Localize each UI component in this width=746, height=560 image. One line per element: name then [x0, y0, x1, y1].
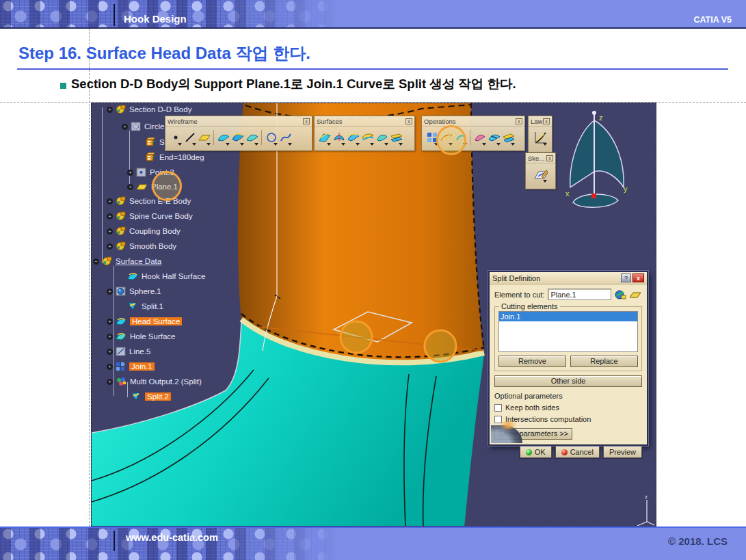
- close-icon[interactable]: x: [546, 155, 553, 161]
- toolbar-surfaces[interactable]: Surfacesx: [314, 116, 415, 151]
- projection-icon[interactable]: [216, 129, 230, 146]
- close-icon[interactable]: x: [405, 118, 412, 124]
- split-definition-dialog[interactable]: Split Definition ? x Element to cut: Pla…: [488, 271, 648, 446]
- highlight-ring-plane1: [152, 171, 182, 201]
- cancel-button[interactable]: Cancel: [555, 446, 600, 458]
- expander-icon[interactable]: −: [93, 258, 99, 265]
- surface-icon: [127, 271, 138, 281]
- tree-item-line5[interactable]: + Line.5: [107, 345, 150, 358]
- multi-output-icon: [116, 377, 126, 386]
- compass[interactable]: z x y: [565, 107, 630, 209]
- intersections-computation-label: Intersections computation: [505, 415, 591, 423]
- boundary-icon[interactable]: [472, 129, 487, 146]
- revolve-icon[interactable]: [332, 129, 346, 146]
- extrude-icon[interactable]: [317, 129, 332, 146]
- tree-item-split1[interactable]: Split.1: [118, 300, 163, 312]
- point-icon: [136, 168, 146, 177]
- offset-icon[interactable]: [360, 129, 375, 146]
- tree-item-section-ee-body[interactable]: + Section E-E Body: [107, 195, 191, 207]
- expander-icon[interactable]: +: [107, 107, 113, 113]
- preview-button[interactable]: Preview: [603, 446, 642, 458]
- close-icon[interactable]: x: [303, 118, 310, 124]
- sketch-icon[interactable]: [533, 165, 548, 183]
- replace-button[interactable]: Replace: [570, 356, 638, 367]
- split-icon: [131, 392, 142, 401]
- element-to-cut-field[interactable]: Plane.1: [548, 289, 611, 300]
- ok-button[interactable]: OK: [520, 446, 552, 458]
- intersection-icon[interactable]: [230, 129, 245, 146]
- expander-icon[interactable]: +: [107, 228, 113, 235]
- toolbar-title: Law: [531, 118, 542, 125]
- tree-item-join1[interactable]: + Join.1: [107, 360, 155, 373]
- expander-icon[interactable]: +: [107, 213, 113, 219]
- tree-item-multi-output[interactable]: + Multi Output.2 (Split): [107, 375, 202, 388]
- tree-item-end[interactable]: End=180deg: [137, 151, 204, 163]
- tree-item-surface-data[interactable]: − Surface Data: [93, 255, 161, 267]
- close-icon[interactable]: x: [516, 118, 522, 124]
- tree-item-coupling-body[interactable]: + Coupling Body: [107, 225, 181, 237]
- spline-icon[interactable]: [278, 129, 293, 146]
- cutting-elements-label: Cutting elements: [499, 302, 560, 310]
- blend-icon[interactable]: [389, 129, 403, 146]
- fill-icon[interactable]: [375, 129, 389, 146]
- split-icon: [127, 302, 138, 311]
- reflect-line-icon[interactable]: [245, 129, 259, 146]
- line-icon[interactable]: [183, 129, 197, 146]
- compass-z-label: z: [599, 114, 603, 122]
- footer-copyright: © 2018. LCS: [668, 535, 728, 547]
- plane-preview-icon[interactable]: [628, 289, 642, 300]
- expander-icon[interactable]: +: [107, 334, 113, 340]
- bullet-text: Section D-D Body의 Support Plane.1로 Join.…: [71, 75, 516, 92]
- bullet-marker: [60, 83, 66, 89]
- expander-icon[interactable]: +: [107, 364, 113, 370]
- circle-icon[interactable]: [264, 129, 278, 146]
- close-icon[interactable]: x: [543, 118, 550, 124]
- tree-item-circle[interactable]: + Circle.: [122, 120, 167, 133]
- dialog-title: Split Definition: [492, 274, 540, 282]
- toolbar-law[interactable]: Lawx: [528, 116, 552, 152]
- formula-icon: [146, 152, 156, 162]
- tree-item-hole-surface[interactable]: + Hole Surface: [107, 330, 175, 343]
- tree-item-section-dd-body[interactable]: + Section D-D Body: [107, 103, 191, 116]
- sweep-icon[interactable]: [346, 129, 360, 146]
- extract-icon[interactable]: [487, 129, 501, 146]
- expander-icon[interactable]: +: [107, 243, 113, 250]
- cutting-elements-list[interactable]: Join.1: [498, 311, 638, 352]
- expander-icon[interactable]: +: [107, 349, 113, 355]
- expander-icon[interactable]: +: [107, 379, 113, 385]
- close-icon[interactable]: x: [632, 274, 644, 282]
- formula-icon: [146, 137, 156, 147]
- compass-x-label: x: [565, 189, 570, 198]
- expander-icon[interactable]: +: [127, 184, 133, 190]
- axis-z-label: z: [645, 494, 648, 500]
- tree-item-split2[interactable]: Split.2: [122, 390, 171, 403]
- page-title: Step 16. Surface Head Data 작업 한다.: [18, 42, 310, 64]
- tree-item-spine-curve-body[interactable]: + Spine Curve Body: [107, 210, 193, 222]
- list-item-join1[interactable]: Join.1: [499, 312, 637, 321]
- expander-icon[interactable]: +: [127, 170, 133, 176]
- expander-icon[interactable]: +: [107, 289, 113, 295]
- point-icon[interactable]: [168, 129, 183, 146]
- other-side-button[interactable]: Other side: [494, 375, 642, 387]
- toolbar-sketcher[interactable]: Ske...x: [525, 152, 556, 189]
- graph-selector-icon[interactable]: [614, 289, 626, 300]
- tree-item-hook-half-surface[interactable]: Hook Half Surface: [118, 270, 205, 282]
- help-icon[interactable]: ?: [621, 274, 631, 282]
- transform-icon[interactable]: [501, 129, 516, 146]
- world-axis-icon: z: [632, 493, 656, 526]
- footer-site-link[interactable]: www.edu-catia.com: [126, 532, 218, 543]
- expander-icon[interactable]: +: [107, 319, 113, 325]
- tree-item-sphere1[interactable]: + Sphere.1: [107, 285, 161, 297]
- compass-origin: [591, 194, 596, 198]
- catia-viewport[interactable]: z x y z + Section D-D Body + Circle. Sta…: [91, 103, 656, 526]
- toolbar-wireframe[interactable]: Wireframex: [165, 116, 312, 151]
- plane-icon[interactable]: [197, 129, 211, 146]
- expander-icon[interactable]: +: [122, 124, 128, 130]
- tree-item-smooth-body[interactable]: + Smooth Body: [107, 240, 176, 252]
- tree-item-head-surface[interactable]: + Head Surface: [107, 315, 182, 328]
- expander-icon[interactable]: +: [107, 198, 113, 204]
- remove-button[interactable]: Remove: [498, 356, 566, 367]
- law-icon[interactable]: [533, 129, 548, 146]
- highlight-circle: [341, 321, 372, 353]
- keep-both-sides-checkbox[interactable]: [494, 404, 502, 412]
